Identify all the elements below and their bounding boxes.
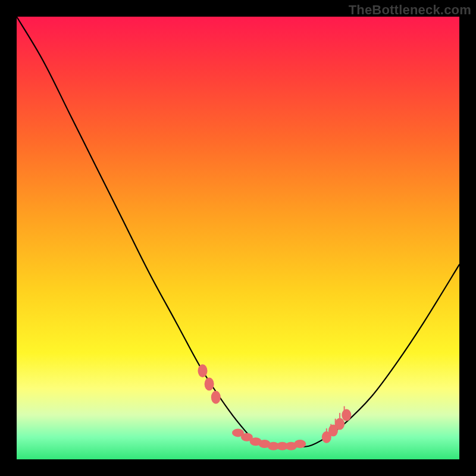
curve-markers (198, 364, 352, 450)
watermark-text: TheBottleneck.com (349, 2, 471, 18)
bottleneck-curve (17, 17, 459, 447)
marker-dot (211, 391, 221, 404)
marker-dot (342, 409, 351, 421)
marker-dot (198, 364, 208, 377)
marker-dot (294, 440, 306, 448)
marker-dot (205, 378, 214, 391)
curve-layer (17, 17, 459, 459)
chart-frame: TheBottleneck.com (0, 0, 476, 476)
